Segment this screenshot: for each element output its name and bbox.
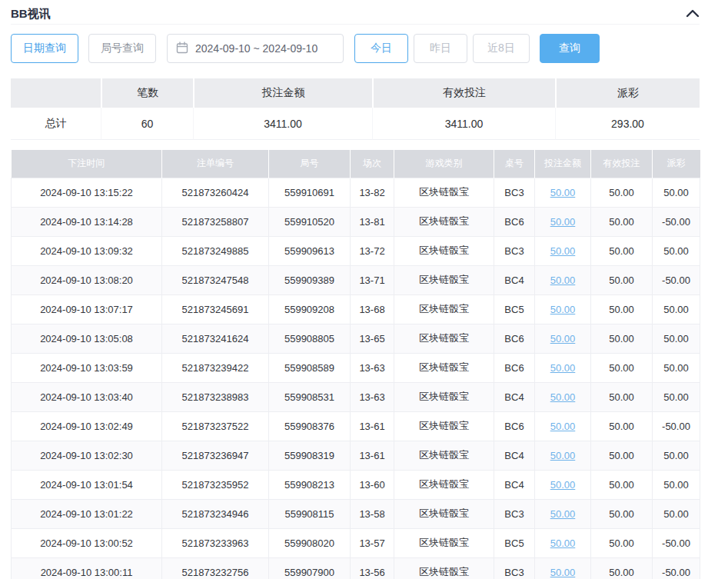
cell-table-number: BC5 xyxy=(494,528,535,557)
cell-table-number: BC6 xyxy=(494,324,535,353)
cell-order-number: 521873235952 xyxy=(162,470,269,499)
date-range-input[interactable]: 2024-09-10 ~ 2024-09-10 xyxy=(167,34,344,63)
cell-bet-time: 2024-09-10 13:00:11 xyxy=(12,557,162,579)
summary-table: 笔数 投注金额 有效投注 派彩 总计 60 3411.00 3411.00 29… xyxy=(11,78,700,140)
bet-amount-link[interactable]: 50.00 xyxy=(550,421,576,432)
cell-game-type: 区块链骰宝 xyxy=(394,207,494,236)
cell-valid-bet: 50.00 xyxy=(591,324,653,353)
table-row: 2024-09-10 13:09:32521873249885559909613… xyxy=(12,236,700,265)
cell-round-number: 559908805 xyxy=(269,324,351,353)
cell-bet-time: 2024-09-10 13:14:28 xyxy=(12,207,162,236)
table-row: 2024-09-10 13:07:17521873245691559909208… xyxy=(12,294,700,324)
cell-valid-bet: 50.00 xyxy=(591,499,653,528)
cell-bet-amount: 50.00 xyxy=(535,207,591,236)
cell-round-number: 559909613 xyxy=(269,236,351,265)
cell-bet-time: 2024-09-10 13:15:22 xyxy=(12,178,162,207)
table-row: 2024-09-10 13:00:52521873233963559908020… xyxy=(12,528,700,557)
cell-game-type: 区块链骰宝 xyxy=(394,178,494,207)
bet-amount-link[interactable]: 50.00 xyxy=(550,216,576,228)
summary-total-bet-amount: 3411.00 xyxy=(193,108,372,140)
cell-valid-bet: 50.00 xyxy=(591,441,653,470)
cell-game-type: 区块链骰宝 xyxy=(394,557,494,579)
collapse-panel-button[interactable] xyxy=(686,8,700,20)
summary-header-valid-bet: 有效投注 xyxy=(372,78,555,108)
cell-payout: -50.00 xyxy=(653,265,700,294)
bet-amount-link[interactable]: 50.00 xyxy=(550,450,576,461)
cell-game-type: 区块链骰宝 xyxy=(394,411,494,441)
cell-session: 13-65 xyxy=(351,324,394,353)
round-query-tab[interactable]: 局号查询 xyxy=(88,34,156,63)
table-row: 2024-09-10 13:14:28521873258807559910520… xyxy=(12,207,700,236)
bet-amount-link[interactable]: 50.00 xyxy=(550,479,576,491)
cell-session: 13-58 xyxy=(351,499,394,528)
summary-total-count: 60 xyxy=(101,108,193,140)
table-row: 2024-09-10 13:02:30521873236947559908319… xyxy=(12,441,700,470)
cell-valid-bet: 50.00 xyxy=(591,294,653,324)
bet-amount-link[interactable]: 50.00 xyxy=(550,567,576,578)
cell-bet-time: 2024-09-10 13:07:17 xyxy=(12,294,162,324)
cell-bet-amount: 50.00 xyxy=(535,411,591,441)
cell-valid-bet: 50.00 xyxy=(591,236,653,265)
cell-order-number: 521873232756 xyxy=(162,557,269,579)
cell-round-number: 559908376 xyxy=(269,411,351,441)
cell-bet-amount: 50.00 xyxy=(535,470,591,499)
cell-payout: 50.00 xyxy=(653,441,700,470)
cell-bet-amount: 50.00 xyxy=(535,353,591,382)
cell-table-number: BC3 xyxy=(494,236,535,265)
bet-table-body: 2024-09-10 13:15:22521873260424559910691… xyxy=(12,178,700,579)
cell-game-type: 区块链骰宝 xyxy=(394,528,494,557)
cell-table-number: BC4 xyxy=(494,265,535,294)
cell-bet-time: 2024-09-10 13:00:52 xyxy=(12,528,162,557)
cell-payout: 50.00 xyxy=(653,178,700,207)
cell-payout: 50.00 xyxy=(653,324,700,353)
table-row: 2024-09-10 13:02:49521873237522559908376… xyxy=(12,411,700,441)
bet-amount-link[interactable]: 50.00 xyxy=(550,275,576,286)
cell-payout: -50.00 xyxy=(653,528,700,557)
bet-amount-link[interactable]: 50.00 xyxy=(550,333,576,344)
cell-bet-time: 2024-09-10 13:03:40 xyxy=(12,382,162,411)
bet-amount-link[interactable]: 50.00 xyxy=(550,187,576,198)
date-query-tab[interactable]: 日期查询 xyxy=(11,34,78,63)
last-8-days-button[interactable]: 近8日 xyxy=(473,34,530,63)
col-header-session: 场次 xyxy=(351,150,394,178)
cell-order-number: 521873236947 xyxy=(162,441,269,470)
bet-amount-link[interactable]: 50.00 xyxy=(550,391,576,403)
cell-bet-time: 2024-09-10 13:03:59 xyxy=(12,353,162,382)
cell-session: 13-56 xyxy=(351,557,394,579)
bet-amount-link[interactable]: 50.00 xyxy=(550,304,576,315)
yesterday-button[interactable]: 昨日 xyxy=(414,34,467,63)
cell-session: 13-61 xyxy=(351,411,394,441)
cell-valid-bet: 50.00 xyxy=(591,353,653,382)
cell-payout: 50.00 xyxy=(653,470,700,499)
bet-amount-link[interactable]: 50.00 xyxy=(550,245,576,257)
today-button[interactable]: 今日 xyxy=(354,34,408,63)
cell-session: 13-81 xyxy=(351,207,394,236)
summary-header-blank xyxy=(11,78,101,108)
cell-table-number: BC3 xyxy=(494,178,535,207)
cell-table-number: BC6 xyxy=(494,353,535,382)
table-row: 2024-09-10 13:05:08521873241624559908805… xyxy=(12,324,700,353)
cell-game-type: 区块链骰宝 xyxy=(394,470,494,499)
cell-round-number: 559907900 xyxy=(269,557,351,579)
cell-round-number: 559908213 xyxy=(269,470,351,499)
cell-bet-time: 2024-09-10 13:05:08 xyxy=(12,324,162,353)
cell-round-number: 559908531 xyxy=(269,382,351,411)
cell-valid-bet: 50.00 xyxy=(591,470,653,499)
cell-session: 13-63 xyxy=(351,382,394,411)
cell-table-number: BC5 xyxy=(494,294,535,324)
cell-round-number: 559908020 xyxy=(269,528,351,557)
summary-total-label: 总计 xyxy=(11,108,101,140)
cell-payout: -50.00 xyxy=(653,557,700,579)
bet-amount-link[interactable]: 50.00 xyxy=(550,537,576,549)
cell-order-number: 521873245691 xyxy=(162,294,269,324)
cell-round-number: 559908115 xyxy=(269,499,351,528)
page-title: BB视讯 xyxy=(11,7,51,22)
cell-bet-amount: 50.00 xyxy=(535,528,591,557)
cell-payout: 50.00 xyxy=(653,294,700,324)
search-button[interactable]: 查询 xyxy=(540,34,600,63)
table-row: 2024-09-10 13:01:22521873234946559908115… xyxy=(12,499,700,528)
bet-amount-link[interactable]: 50.00 xyxy=(550,362,576,374)
cell-round-number: 559909208 xyxy=(269,294,351,324)
cell-valid-bet: 50.00 xyxy=(591,207,653,236)
bet-amount-link[interactable]: 50.00 xyxy=(550,508,576,520)
